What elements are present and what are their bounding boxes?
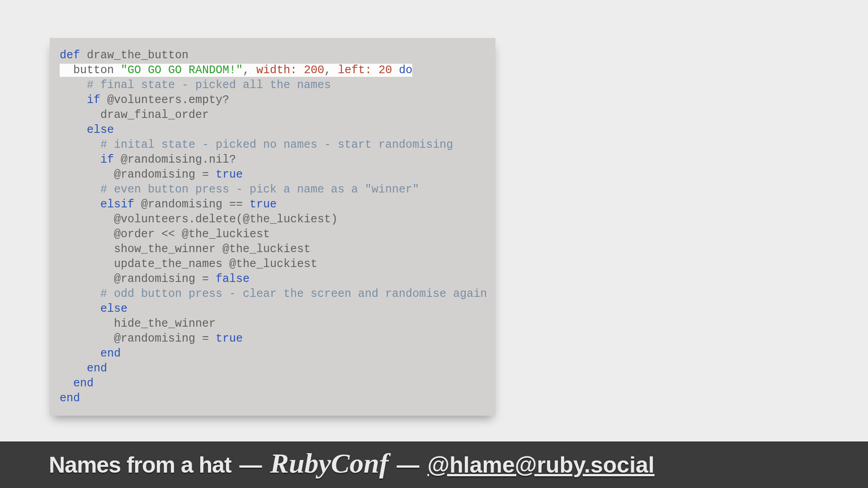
kw-end: end	[87, 362, 107, 375]
author-handle[interactable]: @hlame@ruby.social	[427, 452, 654, 478]
line: @randomising =	[60, 272, 216, 286]
line: @order << @the_luckiest	[60, 228, 270, 241]
string-literal: "GO GO GO RANDOM!"	[121, 64, 243, 77]
indent	[60, 362, 87, 375]
indent	[60, 153, 100, 166]
kw-end: end	[73, 377, 94, 390]
space	[372, 64, 378, 77]
code-pre: def draw_the_button button "GO GO GO RAN…	[60, 48, 486, 406]
punc: ,	[324, 64, 338, 77]
punc: ,	[243, 64, 256, 77]
comment: # final state - picked all the names	[60, 79, 331, 92]
indent	[60, 377, 73, 390]
symbol-key: width:	[256, 64, 297, 77]
expr: @randomising.nil?	[114, 153, 236, 166]
space	[392, 64, 399, 77]
separator: —	[240, 452, 262, 478]
kw-def: def	[60, 49, 80, 62]
expr: @randomising ==	[134, 198, 250, 211]
line: @volunteers.delete(@the_luckiest)	[60, 213, 338, 226]
comment: # odd button press - clear the screen an…	[60, 287, 487, 300]
number: 200	[304, 64, 324, 77]
kw-if: if	[100, 153, 114, 166]
indent	[60, 302, 100, 315]
kw-end: end	[100, 347, 121, 360]
line: @randomising =	[60, 168, 216, 181]
presentation-title: Names from a hat	[49, 452, 231, 478]
kw-if: if	[87, 94, 100, 107]
line: draw_final_order	[60, 108, 209, 122]
kw-true: true	[216, 168, 243, 181]
kw-elsif: elsif	[100, 198, 134, 211]
method-name: draw_the_button	[80, 49, 189, 62]
indent	[60, 64, 73, 77]
rubyconf-logo: RubyConf	[270, 447, 389, 479]
kw-else: else	[100, 302, 127, 315]
separator: —	[396, 452, 419, 478]
footer-bar: Names from a hat — RubyConf — @hlame@rub…	[0, 441, 868, 488]
indent	[60, 123, 87, 136]
highlighted-line: button "GO GO GO RANDOM!", width: 200, l…	[60, 64, 412, 77]
kw-false: false	[216, 272, 250, 286]
line: update_the_names @the_luckiest	[60, 258, 317, 271]
kw-else: else	[87, 123, 114, 136]
line: @randomising =	[60, 332, 216, 345]
comment: # even button press - pick a name as a "…	[60, 183, 419, 196]
button-call: button	[73, 64, 121, 77]
comment: # inital state - picked no names - start…	[60, 138, 453, 151]
indent	[60, 198, 100, 211]
line: hide_the_winner	[60, 317, 216, 330]
symbol-key: left:	[338, 64, 372, 77]
kw-end: end	[60, 392, 80, 405]
space	[297, 64, 304, 77]
kw-true: true	[250, 198, 277, 211]
line: show_the_winner @the_luckiest	[60, 243, 311, 256]
kw-do: do	[399, 64, 412, 77]
number: 20	[378, 64, 392, 77]
indent	[60, 347, 100, 360]
indent	[60, 94, 87, 107]
code-block: def draw_the_button button "GO GO GO RAN…	[50, 38, 495, 416]
kw-true: true	[216, 332, 243, 345]
expr: @volunteers.empty?	[100, 94, 229, 107]
